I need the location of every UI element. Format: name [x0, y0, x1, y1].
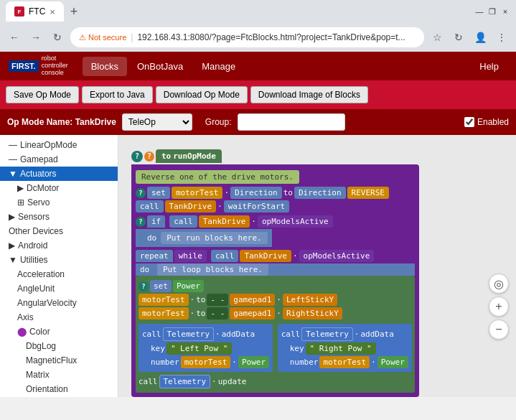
direction-val: Direction	[294, 187, 346, 199]
sidebar-item-angle-unit[interactable]: AngleUnit	[0, 281, 118, 296]
menu-icon[interactable]: ⋮	[493, 29, 510, 46]
set-label: set	[147, 187, 170, 199]
motor-test3: motorTest	[139, 307, 189, 319]
repeat-while-block[interactable]: repeat while call TankDrive · opModelsAc…	[136, 250, 415, 393]
sidebar-item-orientation[interactable]: Orientation	[0, 382, 118, 396]
wait-for-start-block[interactable]: call TankDrive · waitForStart	[136, 200, 415, 213]
help-btn[interactable]: Help	[471, 57, 507, 76]
motor-test-label: motorTest	[172, 187, 223, 199]
run-op-mode-block[interactable]: ? ? to runOpMode	[131, 149, 503, 163]
do-row: do Put run blocks here.	[147, 232, 268, 244]
set-power-block[interactable]: ? set Power	[139, 280, 412, 292]
logo-text: robotcontrollerconsole	[42, 55, 68, 77]
opmode-type-select[interactable]: TeleOp Autonomous	[122, 113, 192, 131]
group-input[interactable]	[238, 113, 345, 131]
sidebar-label-sensors: Sensors	[18, 212, 50, 222]
sidebar-item-color[interactable]: ⬤ Color	[0, 325, 118, 339]
dot1: ·	[224, 188, 229, 197]
do-label2: do	[140, 265, 149, 274]
sidebar-item-sensors[interactable]: ▶ Sensors	[0, 210, 118, 224]
back-btn[interactable]: ←	[6, 29, 23, 46]
sidebar-item-axis[interactable]: Axis	[0, 310, 118, 325]
zoom-in-btn[interactable]: +	[489, 297, 509, 317]
sidebar-item-acceleration[interactable]: Acceleration	[0, 267, 118, 281]
gamepad1-2: gamepad1	[230, 307, 275, 319]
number-label1: number	[151, 358, 179, 367]
sidebar-item-dbglog[interactable]: DbgLog	[0, 339, 118, 353]
sync-icon[interactable]: ↻	[450, 29, 467, 46]
nav-manage[interactable]: Manage	[193, 57, 244, 76]
download-image-btn[interactable]: Download Image of Blocks	[250, 86, 368, 103]
blocks-area[interactable]: ? ? to runOpMode Reverse one of the driv…	[118, 135, 516, 397]
color-icon: ⬤	[17, 327, 27, 337]
sidebar-item-utilities[interactable]: ▼ Utilities	[0, 253, 118, 267]
download-op-mode-btn[interactable]: Download Op Mode	[156, 86, 248, 103]
sidebar-label-gamepad: Gamepad	[20, 154, 58, 164]
nav-blocks[interactable]: Blocks	[83, 57, 127, 76]
sidebar-item-matrix[interactable]: Matrix	[0, 368, 118, 382]
telemetry-add-data-2[interactable]: call Telemetry · addData key " Right Pow…	[278, 324, 412, 372]
motor-test2: motorTest	[139, 294, 189, 306]
sidebar-label-axis: Axis	[17, 312, 34, 322]
sidebar-label-android: Android	[18, 241, 47, 251]
nav-onbotjava[interactable]: OnBotJava	[128, 57, 192, 76]
sidebar: — LinearOpMode — Gamepad ▼ Actuators ▶ D…	[0, 135, 118, 397]
motor-test5: motorTest	[319, 356, 370, 368]
set-direction-block[interactable]: ? set motorTest · Direction to Direction…	[136, 187, 415, 199]
bookmark-icon[interactable]: ☆	[428, 29, 446, 46]
browser-tab[interactable]: F FTC ×	[6, 1, 64, 22]
export-to-java-btn[interactable]: Export to Java	[82, 86, 153, 103]
to3: to	[196, 295, 205, 304]
sidebar-item-linear-op-mode[interactable]: — LinearOpMode	[0, 138, 118, 152]
forward-btn[interactable]: →	[27, 29, 44, 46]
zoom-center-btn[interactable]: ◎	[489, 274, 509, 294]
linear-op-mode-icon: —	[9, 140, 17, 150]
telemetry-add-data-1[interactable]: call Telemetry · addData key " Left Pow …	[139, 324, 273, 372]
power-label: Power	[173, 280, 204, 292]
sidebar-item-magnetic-flux[interactable]: MagneticFlux	[0, 353, 118, 368]
logo: FIRST. robotcontrollerconsole	[9, 55, 68, 77]
close-btn[interactable]: ×	[500, 6, 510, 17]
zoom-out-btn[interactable]: −	[489, 319, 509, 340]
tab-close-btn[interactable]: ×	[50, 6, 55, 17]
servo-icon: ⊞	[17, 197, 24, 207]
security-warning: ⚠ Not secure	[79, 33, 126, 42]
inner-loop-body: ? set Power motorTest · to - - gamepad1	[136, 276, 415, 393]
set-q-icon: ?	[136, 188, 146, 198]
sidebar-label-linear-op-mode: LinearOpMode	[20, 140, 77, 150]
if-q-icon: ?	[136, 217, 146, 227]
repeat-label: repeat	[136, 250, 173, 262]
right-pow-val: " Right Pow "	[306, 342, 376, 355]
profile-icon[interactable]: 👤	[472, 29, 489, 46]
address-input[interactable]: ⚠ Not secure | 192.168.43.1:8080/?page=F…	[70, 27, 424, 47]
sidebar-item-actuators[interactable]: ▼ Actuators	[0, 167, 118, 181]
sidebar-item-android[interactable]: ▶ Android	[0, 238, 118, 253]
new-tab-btn[interactable]: +	[64, 1, 84, 22]
refresh-btn[interactable]: ↻	[49, 29, 66, 46]
save-op-mode-btn[interactable]: Save Op Mode	[6, 86, 79, 103]
sidebar-item-servo[interactable]: ⊞ Servo	[0, 195, 118, 210]
main-content: — LinearOpMode — Gamepad ▼ Actuators ▶ D…	[0, 135, 516, 397]
maximize-btn[interactable]: ❐	[487, 6, 497, 17]
comment-block: Reverse one of the drive motors.	[136, 170, 415, 184]
number-row2: number motorTest · Power	[290, 356, 408, 368]
enabled-checkbox[interactable]	[464, 117, 474, 127]
sidebar-item-angular-velocity[interactable]: AngularVelocity	[0, 296, 118, 310]
sidebar-item-other-devices[interactable]: Other Devices	[0, 224, 118, 238]
call-label1: call	[136, 200, 164, 213]
dot8: ·	[276, 309, 281, 318]
put-loop-blocks: Put loop blocks here.	[157, 263, 268, 276]
telemetry-update-block[interactable]: call Telemetry · update	[139, 375, 412, 388]
if-block[interactable]: ? if call TankDrive · opModelsActive do …	[136, 215, 415, 247]
power2-label: Power	[238, 356, 269, 368]
motor-test-right-block[interactable]: motorTest · to - - gamepad1 · RightStick…	[139, 307, 412, 319]
motor-test-left-block[interactable]: motorTest · to - - gamepad1 · LeftStickY	[139, 294, 412, 306]
minimize-btn[interactable]: —	[474, 6, 484, 17]
sidebar-item-gamepad[interactable]: — Gamepad	[0, 152, 118, 167]
to-label: to	[283, 188, 293, 197]
sidebar-item-dcmotor[interactable]: ▶ DcMotor	[0, 181, 118, 195]
tab-favicon: F	[14, 6, 24, 17]
opmode-bar: Op Mode Name: TankDrive TeleOp Autonomou…	[0, 109, 516, 135]
call-label2: call	[211, 250, 239, 262]
reverse-val: REVERSE	[347, 187, 389, 199]
